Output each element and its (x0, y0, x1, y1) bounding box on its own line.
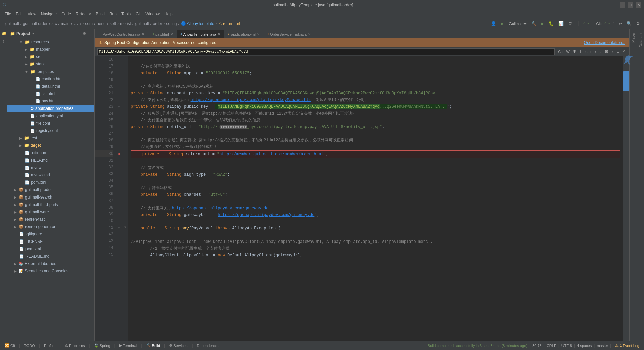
toolbar-profile[interactable]: 📊 (557, 20, 565, 27)
menu-navigate[interactable]: Navigate (39, 12, 59, 16)
bc-merist[interactable]: merist (120, 21, 131, 26)
tree-gulimall-product[interactable]: ▶ 📦 gulimall-product (7, 186, 94, 193)
open-documentation-link[interactable]: Open Documentation... (584, 40, 625, 45)
menu-window[interactable]: Window (143, 12, 162, 16)
tree-gitignore[interactable]: 📄 .gitignore (7, 149, 94, 157)
menu-view[interactable]: View (25, 12, 38, 16)
tree-static[interactable]: ▶ 📁 static (7, 60, 94, 68)
bc-java[interactable]: java (73, 21, 81, 26)
tree-file-conf[interactable]: 📄 file.conf (7, 120, 94, 127)
tree-pay-html[interactable]: 📄 pay.html (7, 97, 94, 105)
toolbar-undo[interactable]: ↩ (617, 20, 623, 27)
search-regex-btn[interactable]: ✱ (572, 49, 577, 54)
tree-gulimall-third-party[interactable]: ▶ 📦 gulimall-third-party (7, 201, 94, 208)
tab-orderserviceimpl[interactable]: J OrderServiceImpl.java ✕ (263, 30, 314, 38)
tree-root-gitignore[interactable]: 📄 .gitignore (7, 230, 94, 238)
maximize-button[interactable]: □ (628, 2, 633, 8)
project-selector[interactable]: Gulimall (507, 20, 528, 27)
tree-application-properties[interactable]: ⚙ application.properties (7, 105, 94, 112)
maven-label[interactable]: Maven (631, 32, 635, 43)
tree-help-md[interactable]: 📄 HELP.md (7, 157, 94, 164)
search-prev-btn[interactable]: ↑ (593, 49, 598, 54)
tree-scratches[interactable]: ▶ 📝 Scratches and Consoles (7, 267, 94, 275)
tree-readme[interactable]: 📄 README.md (7, 253, 94, 260)
tree-external-libraries[interactable]: ▶ 📚 External Libraries (7, 260, 94, 267)
git-btn[interactable]: 🔀 Git (3, 343, 17, 348)
bc-com[interactable]: com (85, 21, 93, 26)
search-expand-btn[interactable]: ⊡ (604, 49, 609, 54)
menu-git[interactable]: Git (133, 12, 143, 16)
tree-templates[interactable]: ▼ 📁 templates (7, 68, 94, 75)
toolbar-run2[interactable]: ▶ (540, 20, 545, 27)
tree-renren-generator[interactable]: ▶ 📦 renren-generator (7, 223, 94, 230)
bc-order[interactable]: order (153, 21, 162, 26)
database-label[interactable]: Database (639, 32, 643, 47)
close-tab1[interactable]: ✕ (142, 32, 144, 36)
toolbar-settings[interactable]: ⚙ (635, 20, 641, 27)
tree-license[interactable]: 📄 LICENSE (7, 238, 94, 245)
ann-30-breakpoint[interactable]: ● (118, 150, 121, 157)
tree-mapper[interactable]: ▶ 📁 mapper (7, 46, 94, 53)
spring-btn[interactable]: 🍃 Spring (92, 343, 112, 348)
tab-application-yml[interactable]: Y application.yml ✕ (224, 30, 263, 38)
tab-paywebcontroller[interactable]: J PayWebController.java ✕ (96, 30, 148, 38)
menu-run[interactable]: Run (107, 12, 119, 16)
project-collapse-btn[interactable]: — (88, 31, 92, 36)
search-case-btn[interactable]: Cc (557, 49, 564, 54)
search-close-btn[interactable]: ✕ (621, 49, 627, 54)
toolbar-build[interactable]: 🔨 (530, 20, 538, 27)
learn-icon[interactable]: ? (2, 40, 4, 44)
tree-gulimall-search[interactable]: ▶ 📦 gulimall-search (7, 193, 94, 201)
tree-mvnw[interactable]: 📄 mvnw (7, 164, 94, 171)
tree-application-yml[interactable]: 📄 application.yml (7, 112, 94, 120)
bc-config[interactable]: config (166, 21, 177, 26)
build-btn[interactable]: 🔨 Build (144, 343, 162, 348)
terminal-btn[interactable]: ▶ Terminal (117, 343, 139, 348)
tree-confirm-html[interactable]: 📄 confirm.html (7, 75, 94, 83)
close-tab3[interactable]: ✕ (218, 32, 220, 36)
menu-tools[interactable]: Tools (119, 12, 133, 16)
menu-code[interactable]: Code (59, 12, 73, 16)
close-tab2[interactable]: ✕ (170, 32, 173, 36)
tab-pay-html[interactable]: H pay.html ✕ (148, 30, 177, 38)
bc-main[interactable]: main (61, 21, 69, 26)
minimize-button[interactable]: ─ (620, 2, 625, 8)
code-content[interactable]: //在支付宝创建的应用的id private String app_id = "… (128, 56, 623, 341)
fold-41[interactable]: ▼ (123, 224, 128, 231)
tree-src[interactable]: ▶ 📁 src (7, 53, 94, 60)
tree-registry-conf[interactable]: 📄 registry.conf (7, 127, 94, 134)
tree-target[interactable]: ▶ 📁 target (7, 142, 94, 149)
tab-alipay-template[interactable]: J AlipayTemplate.java ✕ (177, 30, 224, 38)
project-settings-btn[interactable]: ⚙ (83, 31, 86, 36)
menu-help[interactable]: Help (162, 12, 175, 16)
search-replace-btn[interactable]: ↕ (610, 49, 615, 54)
close-button[interactable]: ✕ (636, 2, 641, 8)
problems-btn[interactable]: ⚠ Problems (63, 343, 87, 348)
bc-henu[interactable]: henu (97, 21, 106, 26)
menu-file[interactable]: File (3, 12, 13, 16)
close-tab4[interactable]: ✕ (257, 32, 260, 36)
tree-pom-xml[interactable]: 📄 pom.xml (7, 179, 94, 186)
toolbar-run[interactable]: ▶ (499, 20, 505, 27)
bc-gulimall[interactable]: gulimall (5, 21, 19, 26)
search-filter-btn[interactable]: ≡ (615, 49, 620, 54)
event-log-btn[interactable]: ⚠ 1 Event Log (613, 343, 641, 348)
bc-gulimall-order[interactable]: gulimall-order (23, 21, 48, 26)
toolbar-search[interactable]: 🔍 (625, 20, 633, 27)
tree-list-html[interactable]: 📄 list.html (7, 90, 94, 97)
dependencies-btn[interactable]: Dependencies (195, 343, 222, 348)
bc-soft[interactable]: soft (110, 21, 116, 26)
tree-root-pom[interactable]: 📄 pom.xml (7, 245, 94, 253)
project-tab-icon[interactable]: 📁 (1, 32, 6, 36)
todo-btn[interactable]: TODO (22, 343, 37, 348)
menu-refactor[interactable]: Refactor (74, 12, 93, 16)
bc-return-url[interactable]: ⚠ return_url (218, 21, 240, 26)
bc-gulimall2[interactable]: gulimall (135, 21, 149, 26)
tree-renren-fast[interactable]: ▶ 📦 renren-fast (7, 216, 94, 223)
tree-gulimall-ware[interactable]: ▶ 📦 gulimall-ware (7, 208, 94, 216)
dropdown-arrow[interactable]: ▼ (32, 32, 35, 35)
scroll-thumb[interactable] (623, 71, 630, 91)
services-btn[interactable]: ⚙ Services (167, 343, 190, 348)
search-word-btn[interactable]: W (565, 49, 571, 54)
profiler-btn[interactable]: Profiler (42, 343, 58, 348)
